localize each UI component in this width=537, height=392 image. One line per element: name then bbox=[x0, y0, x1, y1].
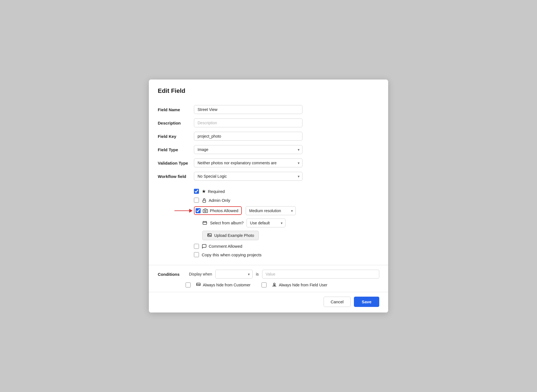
validation-type-select[interactable]: Neither photos nor explanatory comments … bbox=[194, 158, 302, 167]
edit-field-dialog: Edit Field Field Name Description Field … bbox=[149, 80, 388, 313]
field-user-icon bbox=[272, 282, 277, 287]
comment-allowed-checkbox[interactable] bbox=[194, 244, 199, 249]
field-type-select[interactable]: Image Text Number Date bbox=[194, 145, 302, 154]
conditions-section: Conditions Display when is bbox=[149, 265, 388, 292]
conditions-label: Conditions bbox=[158, 272, 186, 277]
comment-icon bbox=[202, 244, 207, 249]
dialog-body: Field Name Description Field Key bbox=[149, 100, 388, 292]
field-key-label: Field Key bbox=[158, 132, 194, 139]
red-arrow bbox=[174, 209, 193, 213]
description-input[interactable] bbox=[194, 118, 302, 127]
field-key-input[interactable] bbox=[194, 132, 302, 141]
field-name-label: Field Name bbox=[158, 105, 194, 112]
save-button[interactable]: Save bbox=[354, 297, 379, 307]
display-when-label: Display when bbox=[189, 272, 212, 276]
cancel-button[interactable]: Cancel bbox=[324, 297, 351, 307]
required-label: ★ Required bbox=[202, 188, 225, 194]
display-when-select[interactable] bbox=[215, 270, 252, 279]
select-album-row: Select from album? Use default Yes No bbox=[202, 219, 379, 227]
svg-rect-2 bbox=[203, 222, 207, 225]
field-name-row: Field Name bbox=[158, 105, 379, 114]
display-when-select-wrapper bbox=[215, 270, 252, 279]
hide-field-user-label: Always hide from Field User bbox=[272, 282, 327, 287]
hide-customer-item: Always hide from Customer bbox=[186, 282, 250, 287]
description-row: Description bbox=[158, 118, 379, 127]
lock-icon bbox=[202, 198, 207, 203]
description-control bbox=[194, 118, 302, 127]
resolution-select[interactable]: Low resolution Medium resolution High re… bbox=[246, 206, 296, 215]
customer-icon bbox=[196, 282, 201, 287]
dialog-footer: Cancel Save bbox=[149, 292, 388, 312]
validation-type-label: Validation Type bbox=[158, 158, 194, 165]
upload-example-button[interactable]: Upload Example Photo bbox=[202, 231, 259, 240]
validation-type-control: Neither photos nor explanatory comments … bbox=[194, 158, 302, 167]
copy-projects-label: Copy this when copying projects bbox=[202, 252, 262, 257]
field-type-label: Field Type bbox=[158, 145, 194, 152]
description-label: Description bbox=[158, 118, 194, 125]
camera-icon bbox=[203, 208, 208, 213]
admin-only-checkbox[interactable] bbox=[194, 198, 199, 203]
workflow-field-label: Workflow field bbox=[158, 172, 194, 179]
photos-allowed-checkbox[interactable] bbox=[196, 208, 201, 213]
value-input[interactable] bbox=[262, 270, 379, 279]
conditions-display-row: Conditions Display when is bbox=[158, 270, 379, 279]
dialog-title: Edit Field bbox=[158, 87, 379, 95]
field-key-control bbox=[194, 132, 302, 141]
hide-customer-label: Always hide from Customer bbox=[196, 282, 250, 287]
dialog-header: Edit Field bbox=[149, 80, 388, 100]
svg-rect-0 bbox=[203, 200, 206, 202]
checkboxes-section: ★ Required Admin Only bbox=[149, 187, 388, 263]
hide-field-user-checkbox[interactable] bbox=[262, 282, 267, 287]
comment-allowed-row: Comment Allowed bbox=[194, 244, 379, 249]
field-key-row: Field Key bbox=[158, 132, 379, 141]
resolution-select-wrapper: Low resolution Medium resolution High re… bbox=[246, 206, 296, 215]
hide-row: Always hide from Customer bbox=[186, 282, 379, 287]
admin-only-row: Admin Only bbox=[194, 198, 379, 203]
validation-type-select-wrapper: Neither photos nor explanatory comments … bbox=[194, 158, 302, 167]
arrow-head bbox=[189, 209, 193, 213]
is-label: is bbox=[256, 272, 259, 276]
album-icon bbox=[202, 220, 207, 225]
field-type-select-wrapper: Image Text Number Date bbox=[194, 145, 302, 154]
hide-field-user-item: Always hide from Field User bbox=[262, 282, 327, 287]
workflow-field-control: No Special Logic Approval Required Condi… bbox=[194, 172, 302, 181]
field-type-row: Field Type Image Text Number Date bbox=[158, 145, 379, 154]
hide-customer-checkbox[interactable] bbox=[186, 282, 191, 287]
photos-allowed-label: Photos Allowed bbox=[203, 208, 238, 213]
form-section: Field Name Description Field Key bbox=[149, 100, 388, 187]
validation-type-row: Validation Type Neither photos nor expla… bbox=[158, 158, 379, 167]
copy-projects-row: Copy this when copying projects bbox=[194, 252, 379, 257]
copy-projects-checkbox[interactable] bbox=[194, 252, 199, 257]
arrow-line bbox=[174, 210, 189, 211]
select-album-select-wrapper: Use default Yes No bbox=[247, 219, 285, 227]
svg-point-4 bbox=[208, 234, 209, 235]
admin-only-label: Admin Only bbox=[202, 198, 230, 203]
photos-allowed-box: Photos Allowed bbox=[194, 206, 242, 215]
select-album-select[interactable]: Use default Yes No bbox=[247, 219, 285, 227]
field-name-control bbox=[194, 105, 302, 114]
workflow-field-select[interactable]: No Special Logic Approval Required Condi… bbox=[194, 172, 302, 181]
comment-allowed-label: Comment Allowed bbox=[202, 244, 242, 249]
upload-example-label: Upload Example Photo bbox=[214, 233, 254, 238]
required-row: ★ Required bbox=[194, 188, 379, 194]
required-checkbox[interactable] bbox=[194, 189, 199, 194]
workflow-field-row: Workflow field No Special Logic Approval… bbox=[158, 172, 379, 181]
workflow-field-select-wrapper: No Special Logic Approval Required Condi… bbox=[194, 172, 302, 181]
photos-allowed-row: Photos Allowed Low resolution Medium res… bbox=[194, 206, 379, 215]
upload-icon bbox=[207, 233, 212, 238]
field-type-control: Image Text Number Date bbox=[194, 145, 302, 154]
field-name-input[interactable] bbox=[194, 105, 302, 114]
svg-point-1 bbox=[205, 210, 206, 212]
star-icon: ★ bbox=[202, 188, 206, 194]
select-album-label: Select from album? bbox=[210, 221, 244, 225]
svg-point-6 bbox=[274, 283, 275, 285]
